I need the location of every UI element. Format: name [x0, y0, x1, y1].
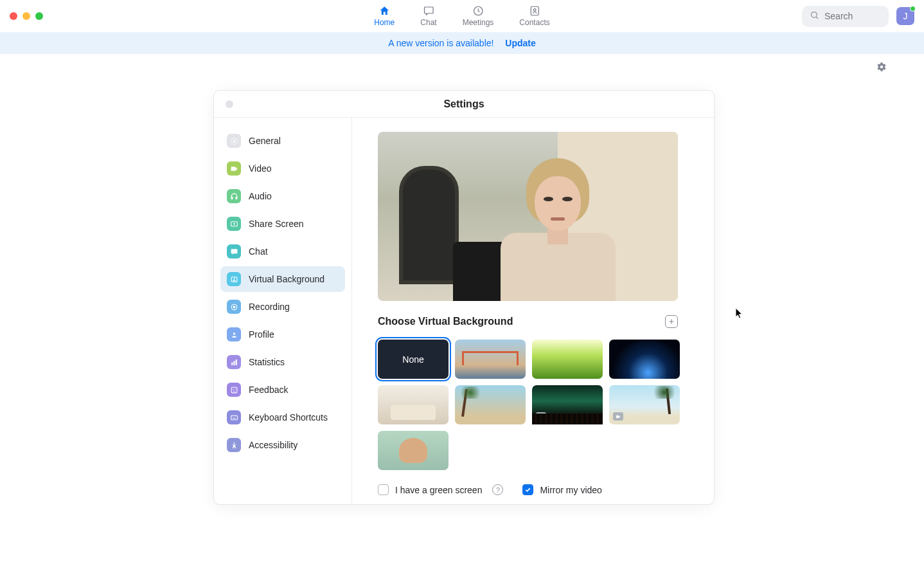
sidebar-item-label: Feedback [249, 385, 288, 395]
add-background-button[interactable] [665, 315, 678, 328]
background-option-palms[interactable] [455, 385, 526, 424]
close-settings-button[interactable] [226, 100, 233, 108]
avatar-initial: J [903, 11, 908, 21]
feedback-icon [227, 383, 241, 397]
contacts-icon [529, 5, 540, 17]
sidebar-item-video[interactable]: Video [220, 156, 345, 181]
sidebar-item-label: Video [249, 163, 272, 174]
chat-bubble-icon [423, 5, 434, 17]
sidebar-item-virtual-background[interactable]: Virtual Background [220, 266, 345, 292]
sidebar-item-share-screen[interactable]: Share Screen [220, 211, 345, 237]
sidebar-item-label: Recording [249, 302, 290, 312]
chat-icon [227, 244, 241, 259]
minimize-window-button[interactable] [22, 12, 30, 20]
update-banner: A new version is available! Update [0, 32, 924, 54]
svg-rect-12 [233, 361, 235, 365]
sidebar-item-label: Audio [249, 191, 272, 201]
main-nav: Home Chat Meetings Contacts [374, 5, 549, 27]
sidebar-item-label: Virtual Background [249, 274, 324, 284]
sidebar-item-recording[interactable]: Recording [220, 294, 345, 320]
sidebar-item-profile[interactable]: Profile [220, 322, 345, 347]
options-row: I have a green screen ? Mirror my video [378, 484, 688, 495]
svg-rect-13 [235, 359, 236, 365]
update-link[interactable]: Update [505, 38, 535, 48]
green-screen-label: I have a green screen [395, 485, 482, 495]
sidebar-item-label: Statistics [249, 357, 285, 367]
statistics-icon [227, 355, 241, 369]
settings-gear-button[interactable] [876, 62, 887, 75]
choose-virtual-background-heading: Choose Virtual Background [378, 316, 513, 327]
share-screen-icon [227, 217, 241, 231]
svg-point-3 [812, 12, 817, 17]
svg-point-2 [533, 9, 536, 12]
clock-icon [472, 5, 484, 17]
background-option-room[interactable] [378, 385, 449, 424]
sidebar-item-label: Chat [249, 246, 268, 257]
background-option-earth[interactable] [609, 340, 680, 379]
svg-point-21 [235, 416, 236, 417]
sidebar-item-chat[interactable]: Chat [220, 239, 345, 264]
sidebar-item-label: Keyboard Shortcuts [249, 412, 328, 423]
background-option-beach[interactable] [609, 385, 680, 424]
profile-icon [227, 327, 241, 341]
svg-rect-22 [233, 418, 235, 419]
mouse-cursor [735, 307, 744, 322]
mirror-video-checkbox[interactable]: Mirror my video [522, 484, 601, 495]
svg-rect-14 [231, 387, 237, 393]
background-grid: None [378, 340, 686, 470]
settings-header: Settings [214, 91, 714, 118]
svg-point-9 [233, 305, 235, 308]
nav-meetings[interactable]: Meetings [463, 5, 494, 27]
sidebar-item-accessibility[interactable]: Accessibility [220, 432, 345, 458]
search-input[interactable] [824, 11, 881, 21]
none-label: None [402, 354, 423, 365]
svg-point-18 [232, 416, 233, 417]
search-box[interactable] [802, 6, 889, 27]
svg-rect-11 [231, 362, 233, 365]
sidebar-item-label: Share Screen [249, 219, 304, 229]
background-option-bridge[interactable] [455, 340, 526, 379]
sidebar-item-label: Profile [249, 329, 274, 340]
video-preview [378, 132, 678, 301]
presence-indicator [910, 6, 916, 12]
user-avatar[interactable]: J [896, 7, 914, 25]
headphones-icon [227, 189, 241, 203]
home-icon [378, 5, 390, 17]
sidebar-item-statistics[interactable]: Statistics [220, 349, 345, 375]
sidebar-item-audio[interactable]: Audio [220, 183, 345, 209]
svg-point-23 [233, 442, 235, 443]
background-option-grass[interactable] [532, 340, 603, 379]
video-camera-icon [227, 161, 241, 176]
nav-home[interactable]: Home [374, 5, 395, 27]
mirror-label: Mirror my video [540, 485, 601, 495]
nav-label: Home [374, 18, 395, 27]
window-controls [10, 12, 43, 20]
background-option-none[interactable]: None [378, 340, 449, 379]
sidebar-item-general[interactable]: General [220, 128, 345, 154]
svg-point-16 [235, 388, 235, 389]
svg-point-4 [233, 140, 235, 141]
sidebar-item-keyboard-shortcuts[interactable]: Keyboard Shortcuts [220, 405, 345, 430]
gear-icon [227, 134, 241, 148]
background-option-aurora[interactable] [532, 385, 603, 424]
nav-contacts[interactable]: Contacts [519, 5, 549, 27]
sidebar-item-feedback[interactable]: Feedback [220, 377, 345, 403]
settings-title: Settings [443, 98, 484, 110]
keyboard-icon [227, 410, 241, 424]
close-window-button[interactable] [10, 12, 17, 20]
maximize-window-button[interactable] [35, 12, 43, 20]
video-badge-icon [536, 412, 546, 421]
background-option-person[interactable] [378, 431, 449, 470]
nav-label: Chat [420, 18, 436, 27]
settings-window: Settings General Video Audio [213, 90, 715, 505]
green-screen-checkbox[interactable]: I have a green screen ? [378, 484, 503, 495]
search-icon [810, 10, 819, 23]
nav-label: Contacts [519, 18, 549, 27]
sidebar-item-label: Accessibility [249, 440, 298, 450]
nav-chat[interactable]: Chat [420, 5, 436, 27]
svg-point-19 [233, 416, 233, 417]
help-icon[interactable]: ? [492, 484, 503, 495]
svg-point-10 [233, 332, 235, 334]
update-message: A new version is available! [388, 38, 493, 48]
svg-point-15 [233, 388, 233, 389]
